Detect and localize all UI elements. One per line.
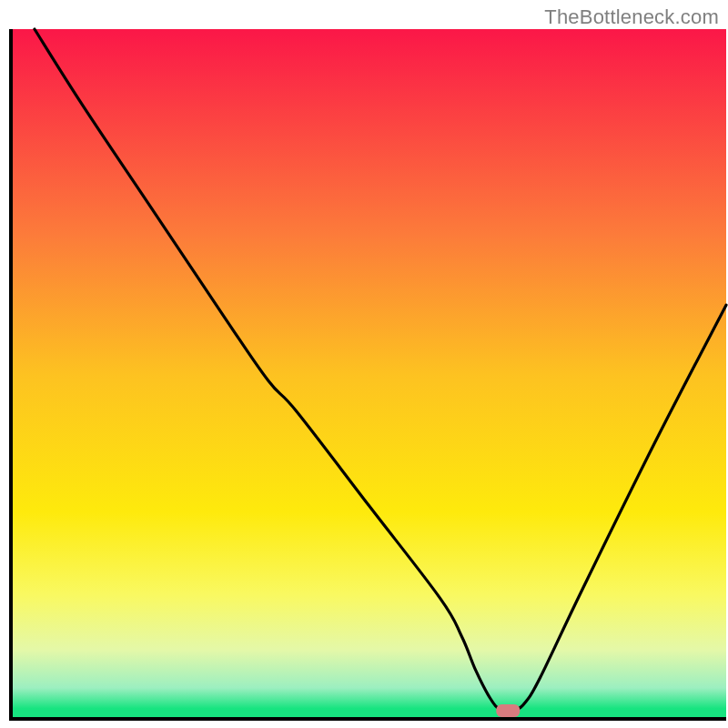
optimal-point-marker [496, 704, 520, 717]
bottleneck-chart: TheBottleneck.com [0, 0, 728, 728]
chart-svg [0, 0, 728, 728]
plot-background [11, 29, 726, 719]
watermark-text: TheBottleneck.com [544, 5, 719, 29]
